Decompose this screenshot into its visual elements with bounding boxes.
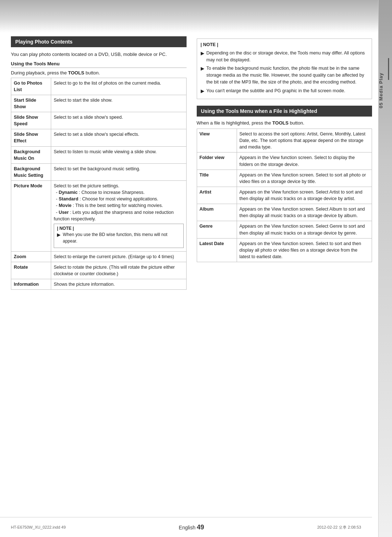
inner-note-item: ▶ When you use the BD wise function, thi… xyxy=(57,232,180,244)
term-slide-effect: Slide Show Effect xyxy=(11,129,51,146)
bullet-icon: ▶ xyxy=(201,65,204,85)
right-menu-table: View Select to access the sort options: … xyxy=(197,129,372,262)
term-title: Title xyxy=(197,170,237,187)
sidebar-label: 05 Media Play xyxy=(378,73,392,108)
desc-latest-date: Appears on the View function screen. Sel… xyxy=(237,238,372,262)
table-row: Slide Show Effect Select to set a slide … xyxy=(11,129,187,146)
table-row: Zoom Select to enlarge the current pictu… xyxy=(11,251,187,262)
term-folder-view: Folder view xyxy=(197,152,237,170)
term-slide-speed: Slide Show Speed xyxy=(11,112,51,129)
term-genre: Genre xyxy=(197,221,237,238)
tools-menu-subheader: Using the Tools Menu xyxy=(11,61,187,68)
table-row: Rotate Select to rotate the picture. (Th… xyxy=(11,262,187,279)
tools-instruction: During playback, press the TOOLS button. xyxy=(11,70,187,76)
desc-album: Appears on the View function screen. Sel… xyxy=(237,204,372,221)
right-note-item-3: ▶ You can't enlarge the subtitle and PG … xyxy=(201,88,368,95)
desc-go-to-photos: Select to go to the list of photos on th… xyxy=(51,78,187,95)
table-row: Latest Date Appears on the View function… xyxy=(197,238,372,262)
desc-start-slide: Select to start the slide show. xyxy=(51,95,187,112)
term-zoom: Zoom xyxy=(11,251,51,262)
table-row: Artist Appears on the View function scre… xyxy=(197,187,372,204)
term-bg-music-on: Background Music On xyxy=(11,146,51,163)
table-row: Slide Show Speed Select to set a slide s… xyxy=(11,112,187,129)
left-section-header: Playing Photo Contents xyxy=(11,36,187,47)
term-start-slide: Start Slide Show xyxy=(11,95,51,112)
term-rotate: Rotate xyxy=(11,262,51,279)
bullet-icon: ▶ xyxy=(201,50,204,64)
left-section-intro: You can play photo contents located on a… xyxy=(11,51,187,58)
table-row: Information Shows the picture informatio… xyxy=(11,279,187,290)
term-latest-date: Latest Date xyxy=(197,238,237,262)
footer: HT-E6750W_XU_0222.indd 49 English 49 201… xyxy=(0,517,372,537)
desc-zoom: Select to enlarge the current picture. (… xyxy=(51,251,187,262)
term-information: Information xyxy=(11,279,51,290)
bullet-icon: ▶ xyxy=(201,88,204,95)
table-row: Genre Appears on the View function scree… xyxy=(197,221,372,238)
footer-page: English 49 xyxy=(179,524,204,531)
desc-view: Select to access the sort options: Artis… xyxy=(237,129,372,152)
term-view: View xyxy=(197,129,237,152)
right-section-header: Using the Tools Menu when a File is High… xyxy=(197,106,372,117)
table-row: Title Appears on the View function scree… xyxy=(197,170,372,187)
term-artist: Artist xyxy=(197,187,237,204)
table-row: View Select to access the sort options: … xyxy=(197,129,372,152)
right-note-item-2: ▶ To enable the background music functio… xyxy=(201,65,368,85)
desc-title: Appears on the View function screen. Sel… xyxy=(237,170,372,187)
footer-file: HT-E6750W_XU_0222.indd 49 xyxy=(11,525,66,529)
term-bg-music-setting: Background Music Setting xyxy=(11,163,51,180)
table-row-picture-mode: Picture Mode Select to set the picture s… xyxy=(11,181,187,252)
desc-slide-speed: Select to set a slide show's speed. xyxy=(51,112,187,129)
table-row: Start Slide Show Select to start the sli… xyxy=(11,95,187,112)
desc-folder-view: Appears in the View function screen. Sel… xyxy=(237,152,372,170)
table-row: Background Music On Select to listen to … xyxy=(11,146,187,163)
page-top-gradient xyxy=(0,0,392,33)
right-column: | NOTE | ▶ Depending on the disc or stor… xyxy=(197,36,372,290)
footer-date: 2012-02-22 오후 2:08:53 xyxy=(317,525,361,530)
main-content: Playing Photo Contents You can play phot… xyxy=(11,33,372,515)
term-go-to-photos: Go to Photos List xyxy=(11,78,51,95)
right-note-box: | NOTE | ▶ Depending on the disc or stor… xyxy=(197,38,372,99)
table-row: Folder view Appears in the View function… xyxy=(197,152,372,170)
desc-bg-music-setting: Select to set the background music setti… xyxy=(51,163,187,180)
desc-picture-mode: Select to set the picture settings. - Dy… xyxy=(51,181,187,252)
right-sidebar: 05 Media Play xyxy=(378,0,392,537)
term-picture-mode: Picture Mode xyxy=(11,181,51,252)
desc-rotate: Select to rotate the picture. (This will… xyxy=(51,262,187,279)
desc-bg-music-on: Select to listen to music while viewing … xyxy=(51,146,187,163)
table-row: Album Appears on the View function scree… xyxy=(197,204,372,221)
table-row: Go to Photos List Select to go to the li… xyxy=(11,78,187,95)
desc-information: Shows the picture information. xyxy=(51,279,187,290)
term-album: Album xyxy=(197,204,237,221)
right-note-title: | NOTE | xyxy=(201,41,368,48)
left-column: Playing Photo Contents You can play phot… xyxy=(11,36,187,290)
desc-artist: Appears on the View function screen. Sel… xyxy=(237,187,372,204)
right-tools-instruction: When a file is highlighted, press the TO… xyxy=(197,120,372,126)
desc-slide-effect: Select to set a slide show's special eff… xyxy=(51,129,187,146)
inner-note: | NOTE | ▶ When you use the BD wise func… xyxy=(54,224,184,248)
left-menu-table: Go to Photos List Select to go to the li… xyxy=(11,78,187,290)
right-note-item-1: ▶ Depending on the disc or storage devic… xyxy=(201,50,368,64)
desc-genre: Appears on the View function screen. Sel… xyxy=(237,221,372,238)
table-row: Background Music Setting Select to set t… xyxy=(11,163,187,180)
